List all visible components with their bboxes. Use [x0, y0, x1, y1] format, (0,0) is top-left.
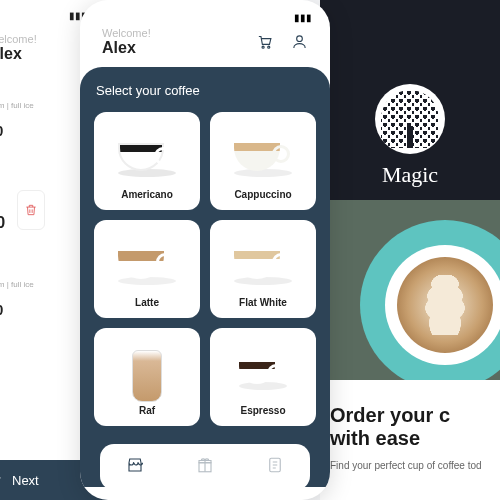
coffee-label: Cappuccino: [234, 189, 291, 200]
coffee-label: Americano: [121, 189, 173, 200]
coffee-card-flat-white[interactable]: Flat White: [210, 220, 316, 318]
coffee-label: Latte: [135, 297, 159, 308]
nav-orders[interactable]: [266, 456, 284, 478]
nav-gift[interactable]: [196, 456, 214, 478]
tree-logo-icon: [375, 84, 445, 154]
coffee-card-raf[interactable]: Raf: [94, 328, 200, 426]
price-value: 3.00: [0, 214, 5, 232]
panel-title: Select your coffee: [96, 83, 314, 98]
svg-point-2: [262, 46, 264, 48]
trash-icon: [24, 203, 38, 217]
coffee-label: Espresso: [240, 405, 285, 416]
coffee-image: [233, 243, 293, 293]
next-label: Next: [12, 473, 39, 488]
signal-icon: ▮▮▮: [294, 12, 312, 23]
promo-photo: [320, 200, 500, 380]
svg-point-4: [297, 36, 303, 42]
promo-subtext: Find your perfect cup of coffee tod: [330, 460, 500, 471]
cart-button[interactable]: [256, 33, 273, 54]
coffee-label: Raf: [139, 405, 155, 416]
item-options: ice: [0, 187, 5, 196]
coffee-label: Flat White: [239, 297, 287, 308]
coffee-card-latte[interactable]: Latte: [94, 220, 200, 318]
coffee-panel: Select your coffee Americano Cappuccino …: [80, 67, 330, 487]
coffee-image: [233, 135, 293, 185]
brand-name: Magic: [382, 162, 438, 188]
coffee-image: [117, 243, 177, 293]
profile-button[interactable]: [291, 33, 308, 54]
status-bar: ▮▮▮: [80, 0, 330, 27]
bottom-nav: [100, 444, 310, 490]
promo-logo-panel: Magic: [320, 0, 500, 200]
welcome-label: Welcome!: [102, 27, 151, 39]
main-screen-select-coffee: ▮▮▮ Welcome! Alex Select your coffee Ame…: [80, 0, 330, 500]
coffee-card-cappuccino[interactable]: Cappuccino: [210, 112, 316, 210]
coffee-card-americano[interactable]: Americano: [94, 112, 200, 210]
promo-headline: Order your c with ease: [330, 404, 500, 450]
cart-icon: [0, 472, 2, 488]
coffee-image: [117, 351, 177, 401]
coffee-card-espresso[interactable]: Espresso: [210, 328, 316, 426]
delete-button[interactable]: [17, 190, 45, 230]
promo-text-panel: Order your c with ease Find your perfect…: [320, 380, 500, 500]
svg-point-3: [268, 46, 270, 48]
nav-store[interactable]: [126, 456, 144, 478]
username-label: Alex: [102, 39, 151, 57]
coffee-image: [117, 135, 177, 185]
coffee-image: [233, 351, 293, 401]
